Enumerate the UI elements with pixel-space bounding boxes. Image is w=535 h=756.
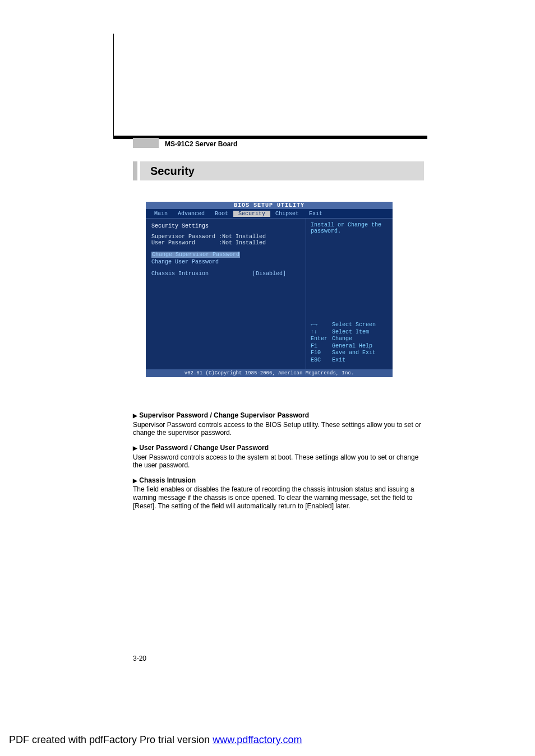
desc-heading-2: ▶ User Password / Change User Password	[133, 444, 422, 452]
nav-action-select-screen: Select Screen	[332, 322, 376, 328]
nav-key-f10: F10	[311, 350, 332, 357]
bios-nav-help: ←→Select Screen ↑↓Select Item EnterChang…	[311, 322, 376, 364]
desc-body-3: The field enables or disables the featur…	[133, 485, 422, 510]
nav-action-change: Change	[332, 336, 352, 342]
tab-security[interactable]: Security	[233, 211, 270, 217]
tab-advanced[interactable]: Advanced	[173, 211, 210, 217]
bios-left-pane: Security Settings Supervisor Password :N…	[146, 219, 306, 369]
header-block-icon	[133, 138, 159, 148]
supervisor-password-value: :Not Installed	[219, 234, 266, 240]
nav-key-esc: ESC	[311, 357, 332, 364]
triangle-icon: ▶	[133, 412, 137, 419]
bios-screenshot: BIOS SETUP UTILITY Main Advanced Boot Se…	[146, 202, 393, 377]
change-supervisor-password-link[interactable]: Change Supervisor Password	[151, 252, 240, 258]
nav-key-f1: F1	[311, 343, 332, 350]
nav-key-enter: Enter	[311, 336, 332, 343]
supervisor-password-row: Supervisor Password :Not Installed	[151, 234, 300, 240]
supervisor-password-label: Supervisor Password	[151, 234, 215, 240]
change-user-password-link[interactable]: Change User Password	[151, 259, 300, 265]
nav-action-save: Save and Exit	[332, 350, 376, 356]
desc-body-2: User Password controls access to the sys…	[133, 453, 422, 470]
section-block-icon	[133, 161, 137, 180]
user-password-label: User Password	[151, 240, 195, 246]
description-section: ▶ Supervisor Password / Change Superviso…	[133, 405, 422, 511]
user-password-value: :Not Installed	[219, 240, 266, 246]
nav-key-ud: ↑↓	[311, 329, 332, 336]
page-number: 3-20	[133, 655, 146, 662]
nav-action-help: General Help	[332, 343, 372, 349]
bios-title: BIOS SETUP UTILITY	[146, 202, 393, 209]
chassis-intrusion-value: [Disabled]	[252, 271, 286, 277]
desc-heading-1: ▶ Supervisor Password / Change Superviso…	[133, 411, 422, 420]
header-rule	[113, 136, 427, 139]
tab-exit[interactable]: Exit	[304, 211, 328, 217]
pdf-footer-link[interactable]: www.pdffactory.com	[213, 734, 302, 745]
triangle-icon: ▶	[133, 445, 137, 451]
triangle-icon: ▶	[133, 477, 137, 484]
tab-boot[interactable]: Boot	[210, 211, 233, 217]
tab-main[interactable]: Main	[149, 211, 173, 217]
security-settings-heading: Security Settings	[151, 223, 300, 229]
chassis-intrusion-label: Chassis Intrusion	[151, 271, 209, 277]
nav-key-lr: ←→	[311, 322, 332, 329]
vertical-rule	[113, 34, 114, 138]
nav-action-exit: Exit	[332, 357, 345, 363]
board-title: MS-91C2 Server Board	[165, 140, 237, 148]
section-header: Security	[140, 161, 424, 180]
tab-chipset[interactable]: Chipset	[270, 211, 304, 217]
bios-help-text: Install or Change the password.	[311, 222, 388, 234]
bios-copyright: v02.61 (C)Copyright 1985-2006, American …	[146, 369, 393, 377]
section-title: Security	[150, 165, 195, 178]
pdf-footer-text: PDF created with pdfFactory Pro trial ve…	[9, 734, 213, 745]
bios-right-pane: Install or Change the password. ←→Select…	[306, 219, 393, 369]
pdf-footer: PDF created with pdfFactory Pro trial ve…	[9, 734, 302, 746]
chassis-intrusion-row[interactable]: Chassis Intrusion[Disabled]	[151, 271, 300, 277]
nav-action-select-item: Select Item	[332, 329, 369, 335]
bios-tabs: Main Advanced Boot Security Chipset Exit	[146, 209, 393, 218]
desc-body-1: Supervisor Password controls access to t…	[133, 421, 422, 437]
desc-heading-3: ▶ Chassis Intrusion	[133, 476, 422, 485]
user-password-row: User Password :Not Installed	[151, 240, 300, 246]
bios-body: Security Settings Supervisor Password :N…	[146, 218, 393, 369]
